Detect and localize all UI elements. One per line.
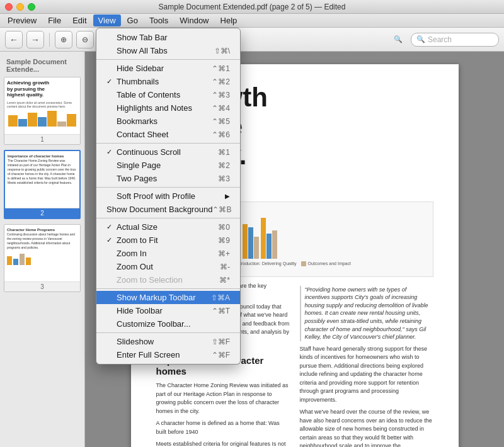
menu-shortcut: ⌘+ bbox=[218, 249, 230, 258]
menu-item-zoom-to-fit[interactable]: ✓Zoom to Fit⌘9 bbox=[96, 234, 240, 247]
menu-item-label: Actual Size bbox=[117, 222, 158, 232]
doc-col-right: "Providing home owners with se types of … bbox=[300, 282, 433, 447]
menu-item-show-tab-bar[interactable]: Show Tab Bar bbox=[96, 31, 240, 44]
menu-shortcut: ⌃⌘5 bbox=[212, 117, 230, 126]
menu-shortcut: ⌃⌘6 bbox=[212, 130, 230, 139]
menu-help[interactable]: Help bbox=[215, 14, 243, 26]
menu-item-label: Hide Sidebar bbox=[117, 64, 164, 73]
menu-item-actual-size[interactable]: ✓Actual Size⌘0 bbox=[96, 220, 240, 234]
menu-shortcut: ⌘0 bbox=[218, 223, 230, 232]
menu-item-highlights-and-notes[interactable]: Highlights and Notes⌃⌘4 bbox=[96, 101, 240, 115]
doc-para-right-1: Staff have heard generally strong suppor… bbox=[300, 345, 433, 405]
page-number-2: 2 bbox=[5, 208, 79, 218]
menu-item-label: Slideshow bbox=[117, 337, 154, 346]
menu-item-contact-sheet[interactable]: Contact Sheet⌃⌘6 bbox=[96, 128, 240, 141]
menu-item-label: Contact Sheet bbox=[117, 130, 168, 139]
menu-window[interactable]: Window bbox=[175, 14, 214, 26]
menu-edit[interactable]: Edit bbox=[67, 14, 91, 26]
menu-item-single-page[interactable]: Single Page⌘2 bbox=[96, 159, 240, 172]
doc-para-3: Meets established criteria for original … bbox=[156, 440, 290, 447]
menu-item-hide-toolbar[interactable]: Hide Toolbar⌃⌘T bbox=[96, 304, 240, 317]
menu-item-show-all-tabs[interactable]: Show All Tabs⇧⌘\ bbox=[96, 44, 240, 57]
menu-item-zoom-in[interactable]: Zoom In⌘+ bbox=[96, 247, 240, 260]
menu-item-two-pages[interactable]: Two Pages⌘3 bbox=[96, 172, 240, 185]
menu-item-hide-sidebar[interactable]: Hide Sidebar⌃⌘1 bbox=[96, 62, 240, 75]
menu-item-label: Zoom to Selection bbox=[117, 275, 183, 285]
menu-item-label: Customize Toolbar... bbox=[117, 319, 191, 329]
menu-go[interactable]: Go bbox=[122, 14, 143, 26]
menu-checkmark: ✓ bbox=[106, 236, 117, 244]
menu-item-label: Zoom Out bbox=[117, 262, 153, 271]
zoom-out-button[interactable]: ⊖ bbox=[76, 31, 94, 48]
toolbar: ← → ⊕ ⊖ ↗ ✏ ↺ 🔍 🔍 Search bbox=[0, 28, 504, 52]
menu-item-customize-toolbar[interactable]: Customize Toolbar... bbox=[96, 317, 240, 331]
menu-checkmark: ✓ bbox=[106, 77, 117, 86]
menu-shortcut: ⌃⌘4 bbox=[212, 104, 230, 113]
menu-item-label: Zoom to Fit bbox=[117, 235, 158, 245]
back-button[interactable]: ← bbox=[5, 31, 23, 48]
menu-item-label: Enter Full Screen bbox=[117, 350, 180, 359]
menu-separator-9 bbox=[96, 143, 240, 144]
thumbnail-page-2[interactable]: Importance of character homes The Charac… bbox=[4, 150, 81, 219]
menu-shortcut: ⇧⌘A bbox=[211, 293, 230, 302]
menu-shortcut: ⌘2 bbox=[218, 161, 230, 170]
menu-item-label: Soft Proof with Profile bbox=[117, 191, 195, 201]
doc-para-1: The Character Home Zoning Review was ini… bbox=[156, 382, 290, 416]
minimize-button[interactable] bbox=[16, 3, 24, 11]
fullscreen-button[interactable] bbox=[28, 3, 35, 11]
menu-tools[interactable]: Tools bbox=[144, 14, 173, 26]
menu-shortcut: ⌘1 bbox=[218, 148, 230, 157]
thumbnail-page-1[interactable]: Achieving growthby pursuing thehighest q… bbox=[4, 77, 81, 145]
menu-item-slideshow[interactable]: Slideshow⇧⌘F bbox=[96, 335, 240, 348]
menu-item-label: Show Document Background bbox=[106, 205, 212, 214]
menu-shortcut: ⌃⌘1 bbox=[212, 64, 230, 73]
menu-item-show-markup-toolbar[interactable]: Show Markup Toolbar⇧⌘A bbox=[96, 291, 240, 304]
menu-item-show-document-background[interactable]: Show Document Background⌃⌘B bbox=[96, 203, 240, 216]
search-box[interactable]: 🔍 Search bbox=[411, 33, 499, 47]
zoom-in-button[interactable]: ⊕ bbox=[55, 31, 72, 48]
close-button[interactable] bbox=[5, 3, 13, 11]
thumb-content-3: Character Home Programs Continuing discu… bbox=[4, 225, 80, 281]
toolbar-separator-1 bbox=[49, 33, 50, 47]
bar-group-5 bbox=[243, 224, 259, 259]
forward-button[interactable]: → bbox=[26, 31, 44, 48]
window-title: Sample Document Extended.pdf (page 2 of … bbox=[159, 3, 346, 11]
legend-label-2: Introduction: Delivering Quality bbox=[236, 261, 296, 266]
menu-item-zoom-out[interactable]: Zoom Out⌘- bbox=[96, 260, 240, 273]
toolbar-right: 🔍 🔍 Search bbox=[389, 31, 499, 48]
search-icon: 🔍 bbox=[416, 35, 425, 43]
menu-view[interactable]: View bbox=[93, 14, 121, 26]
menu-file[interactable]: File bbox=[43, 14, 66, 26]
menu-item-bookmarks[interactable]: Bookmarks⌃⌘5 bbox=[96, 115, 240, 128]
menu-item-label: Single Page bbox=[117, 161, 161, 170]
menu-shortcut: ⌃⌘B bbox=[212, 205, 231, 214]
menu-item-enter-full-screen[interactable]: Enter Full Screen⌃⌘F bbox=[96, 348, 240, 361]
menu-item-continuous-scroll[interactable]: ✓Continuous Scroll⌘1 bbox=[96, 145, 240, 159]
menu-shortcut: ⇧⌘F bbox=[212, 337, 230, 346]
menu-item-label: Thumbnails bbox=[117, 77, 159, 86]
menu-item-label: Two Pages bbox=[117, 174, 157, 183]
menu-item-soft-proof-with-profile[interactable]: Soft Proof with Profile▶ bbox=[96, 190, 240, 203]
thumbnail-page-3[interactable]: Character Home Programs Continuing discu… bbox=[4, 224, 81, 292]
page-number-1: 1 bbox=[4, 134, 80, 144]
menu-shortcut: ⌃⌘F bbox=[212, 351, 230, 359]
menu-item-thumbnails[interactable]: ✓Thumbnails⌃⌘2 bbox=[96, 75, 240, 88]
menu-separator-2 bbox=[96, 59, 240, 60]
menu-item-label: Hide Toolbar bbox=[117, 306, 163, 315]
menu-item-label: Bookmarks bbox=[117, 116, 158, 126]
submenu-arrow-icon: ▶ bbox=[225, 193, 230, 200]
main-area: Sample Document Extende... Achieving gro… bbox=[0, 52, 504, 447]
menu-item-label: Continuous Scroll bbox=[117, 147, 181, 157]
thumb-content-2: Importance of character homes The Charac… bbox=[5, 151, 79, 208]
sidebar: Sample Document Extende... Achieving gro… bbox=[0, 52, 85, 447]
menu-preview[interactable]: Preview bbox=[3, 14, 42, 26]
menu-shortcut: ⌘3 bbox=[218, 174, 230, 183]
menu-item-label: Table of Contents bbox=[117, 90, 180, 99]
menu-separator-13 bbox=[96, 187, 240, 188]
bar-group-6 bbox=[261, 218, 277, 259]
annotate-icon[interactable]: 🔍 bbox=[389, 31, 407, 48]
menu-item-label: Show All Tabs bbox=[117, 46, 168, 55]
menu-separator-22 bbox=[96, 288, 240, 289]
menu-item-table-of-contents[interactable]: Table of Contents⌃⌘3 bbox=[96, 88, 240, 101]
menu-separator-16 bbox=[96, 218, 240, 218]
